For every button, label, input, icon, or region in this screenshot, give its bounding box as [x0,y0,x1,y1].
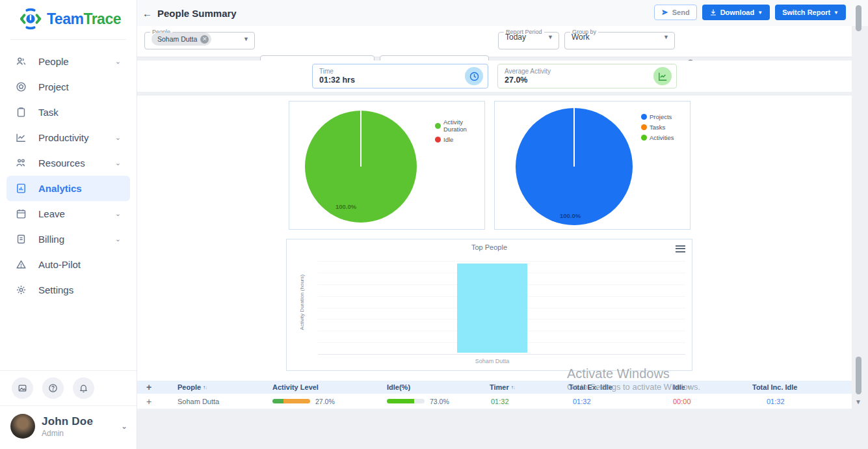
pie-data-label: 100.0% [560,212,581,219]
user-name: John Doe [42,415,93,428]
switch-report-button[interactable]: Switch Report ▼ [775,5,846,20]
col-people[interactable]: People↑↓ [164,383,270,391]
legend-label: Activities [650,134,674,141]
sidebar: TeamTrace People ⌄ Project Tas [0,0,137,449]
activity-idle-pie-chart: 100.0% Activity DurationIdle [289,101,485,230]
sidebar-item-label: Task [38,107,59,118]
cell-people: Soham Dutta [164,398,270,405]
sidebar-item-analytics[interactable]: Analytics [7,176,130,201]
gear-icon [16,284,27,295]
legend-item[interactable]: Tasks [641,124,674,131]
pie-slice-divider [360,111,362,167]
sidebar-item-project[interactable]: Project [7,74,130,100]
chevron-down-icon: ⌄ [115,235,121,243]
sidebar-item-people[interactable]: People ⌄ [7,49,130,74]
page-title: People Summary [157,8,237,19]
download-button[interactable]: Download ▼ [702,5,770,20]
scrollbar-thumb[interactable] [856,5,861,31]
expand-all-icon[interactable]: + [137,382,164,392]
cell-total-inc-idle: 01:32 [726,398,817,405]
scrollbar-thumb[interactable] [856,357,861,394]
legend-item[interactable]: Idle [435,136,484,143]
people-chip: Soham Dutta ✕ [151,33,211,46]
table-header-row: + People↑↓ Activity Level Idle(%) Timer↑… [137,381,852,394]
people-filter[interactable]: People Soham Dutta ✕ ▼ [144,29,255,49]
sidebar-item-billing[interactable]: Billing ⌄ [7,226,130,252]
legend-label: Projects [650,113,672,120]
cell-idle: 00:00 [640,398,726,405]
task-icon [16,107,27,118]
sidebar-nav: People ⌄ Project Task Productivity [0,40,137,303]
pie-legend-activity: Activity DurationIdle [435,118,484,143]
auto-pilot-icon [16,259,27,270]
time-card: Time 01:32 hrs [312,64,488,88]
report-period-filter[interactable]: Report Period Today ▼ [498,29,559,49]
sidebar-item-label: Project [38,81,69,92]
x-axis-line [318,354,685,355]
caret-down-icon: ▼ [757,10,763,16]
sort-icons[interactable]: ↑↓ [203,385,207,390]
screenshot-button[interactable] [12,377,33,399]
brand-name: TeamTrace [47,10,121,28]
app-logo[interactable]: TeamTrace [0,0,137,36]
bell-icon [79,383,88,393]
teamtrace-logo-icon [18,7,43,31]
top-bar: ← People Summary Send Download ▼ [137,0,868,26]
legend-dot-icon [641,114,647,120]
sort-icons[interactable]: ↑↓ [687,385,691,390]
remove-chip-icon[interactable]: ✕ [200,35,209,44]
top-people-bar-chart: Top People Activity Duration (hours) 1.6… [286,239,692,371]
billing-icon [16,234,27,245]
col-activity-level[interactable]: Activity Level [270,383,367,391]
chevron-down-icon: ⌄ [115,159,121,167]
sidebar-item-task[interactable]: Task [7,100,130,125]
chart-menu-icon[interactable] [676,243,685,254]
expand-row-icon[interactable]: + [137,396,164,407]
sidebar-item-auto-pilot[interactable]: Auto-Pilot [7,252,130,277]
col-total-ex-idle[interactable]: Total Ex. Idle [551,383,640,391]
legend-label: Activity Duration [443,118,484,133]
x-tick-label: Soham Dutta [457,358,527,364]
legend-dot-icon [435,123,441,129]
work-distribution-pie-chart: 100.0% ProjectsTasksActivities [494,101,690,230]
caret-down-icon: ▼ [834,10,839,16]
trend-chart-icon [653,67,672,85]
sort-icons[interactable]: ↑↓ [511,385,515,390]
help-button[interactable] [42,377,64,399]
legend-dot-icon [641,124,647,130]
bar-soham-dutta[interactable] [457,264,527,353]
group-by-filter[interactable]: Group by Work ▼ [564,29,675,49]
sidebar-item-settings[interactable]: Settings [7,277,130,303]
image-icon [18,383,27,393]
col-idle[interactable]: Idle↑↓ [640,383,726,391]
charts-panel: 100.0% Activity DurationIdle 100.0% Proj… [137,96,852,378]
col-idle-pct[interactable]: Idle(%) [367,383,484,391]
sidebar-item-label: Settings [38,284,73,295]
legend-item[interactable]: Projects [641,113,674,120]
scrollbar-down-arrow[interactable]: ▼ [855,398,861,405]
user-menu[interactable]: John Doe Admin ⌄ [0,406,137,449]
chevron-down-icon: ⌄ [115,133,121,142]
sidebar-item-label: Billing [38,234,64,245]
download-icon [709,8,717,16]
notifications-button[interactable] [73,377,94,399]
chart-title: Top People [287,243,692,251]
col-timer[interactable]: Timer↑↓ [484,383,551,391]
legend-label: Tasks [650,124,665,131]
table-row[interactable]: + Soham Dutta 27.0% 73.0% 01:32 01:32 00… [137,394,852,409]
cell-total-ex-idle: 01:32 [551,398,640,405]
back-button[interactable]: ← [142,8,152,19]
sidebar-item-label: Auto-Pilot [38,259,81,270]
sidebar-item-productivity[interactable]: Productivity ⌄ [7,125,130,150]
project-icon [16,81,27,92]
sidebar-item-leave[interactable]: Leave ⌄ [7,201,130,226]
sidebar-item-resources[interactable]: Resources ⌄ [7,150,130,176]
col-total-inc-idle[interactable]: Total Inc. Idle [726,383,817,391]
cell-timer: 01:32 [484,398,551,405]
legend-item[interactable]: Activity Duration [435,118,484,133]
legend-item[interactable]: Activities [641,134,674,141]
send-button[interactable]: Send [654,5,697,20]
pie-slice-divider [573,108,575,167]
sidebar-item-label: Leave [38,208,65,219]
chevron-down-icon: ⌄ [121,422,127,431]
